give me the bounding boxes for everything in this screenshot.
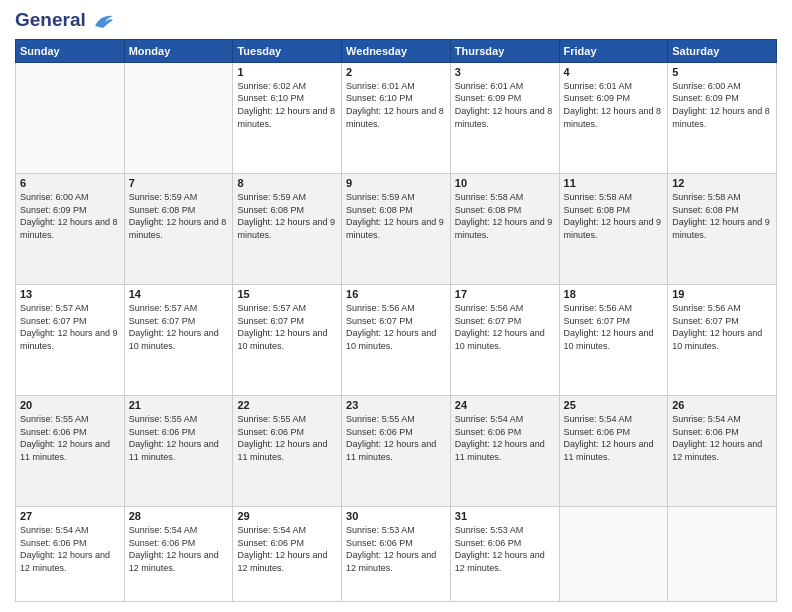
calendar-cell: 4Sunrise: 6:01 AM Sunset: 6:09 PM Daylig…	[559, 62, 668, 173]
calendar-cell: 29Sunrise: 5:54 AM Sunset: 6:06 PM Dayli…	[233, 507, 342, 602]
day-info: Sunrise: 5:55 AM Sunset: 6:06 PM Dayligh…	[237, 413, 337, 463]
day-info: Sunrise: 5:58 AM Sunset: 6:08 PM Dayligh…	[564, 191, 664, 241]
day-number: 12	[672, 177, 772, 189]
col-header-wednesday: Wednesday	[342, 39, 451, 62]
day-number: 31	[455, 510, 555, 522]
day-number: 15	[237, 288, 337, 300]
calendar-cell: 12Sunrise: 5:58 AM Sunset: 6:08 PM Dayli…	[668, 173, 777, 284]
calendar-cell: 26Sunrise: 5:54 AM Sunset: 6:06 PM Dayli…	[668, 396, 777, 507]
calendar-cell: 28Sunrise: 5:54 AM Sunset: 6:06 PM Dayli…	[124, 507, 233, 602]
day-info: Sunrise: 5:59 AM Sunset: 6:08 PM Dayligh…	[237, 191, 337, 241]
logo-bird-icon	[93, 12, 115, 30]
day-info: Sunrise: 6:02 AM Sunset: 6:10 PM Dayligh…	[237, 80, 337, 130]
day-info: Sunrise: 5:56 AM Sunset: 6:07 PM Dayligh…	[564, 302, 664, 352]
day-number: 14	[129, 288, 229, 300]
day-number: 23	[346, 399, 446, 411]
col-header-tuesday: Tuesday	[233, 39, 342, 62]
day-number: 16	[346, 288, 446, 300]
calendar-cell: 21Sunrise: 5:55 AM Sunset: 6:06 PM Dayli…	[124, 396, 233, 507]
day-number: 25	[564, 399, 664, 411]
day-number: 5	[672, 66, 772, 78]
day-number: 9	[346, 177, 446, 189]
day-number: 30	[346, 510, 446, 522]
calendar-cell: 3Sunrise: 6:01 AM Sunset: 6:09 PM Daylig…	[450, 62, 559, 173]
calendar-cell: 20Sunrise: 5:55 AM Sunset: 6:06 PM Dayli…	[16, 396, 125, 507]
day-number: 26	[672, 399, 772, 411]
day-number: 1	[237, 66, 337, 78]
calendar-cell: 7Sunrise: 5:59 AM Sunset: 6:08 PM Daylig…	[124, 173, 233, 284]
day-info: Sunrise: 5:54 AM Sunset: 6:06 PM Dayligh…	[672, 413, 772, 463]
day-number: 3	[455, 66, 555, 78]
calendar-cell: 5Sunrise: 6:00 AM Sunset: 6:09 PM Daylig…	[668, 62, 777, 173]
day-info: Sunrise: 5:56 AM Sunset: 6:07 PM Dayligh…	[455, 302, 555, 352]
day-info: Sunrise: 6:00 AM Sunset: 6:09 PM Dayligh…	[20, 191, 120, 241]
calendar-table: SundayMondayTuesdayWednesdayThursdayFrid…	[15, 39, 777, 602]
calendar-cell	[124, 62, 233, 173]
calendar-cell: 9Sunrise: 5:59 AM Sunset: 6:08 PM Daylig…	[342, 173, 451, 284]
day-info: Sunrise: 6:01 AM Sunset: 6:09 PM Dayligh…	[564, 80, 664, 130]
day-info: Sunrise: 5:54 AM Sunset: 6:06 PM Dayligh…	[237, 524, 337, 574]
day-number: 18	[564, 288, 664, 300]
day-number: 7	[129, 177, 229, 189]
day-info: Sunrise: 5:55 AM Sunset: 6:06 PM Dayligh…	[346, 413, 446, 463]
calendar-page: General SundayMondayTuesdayWednesdayThur…	[0, 0, 792, 612]
day-info: Sunrise: 5:57 AM Sunset: 6:07 PM Dayligh…	[20, 302, 120, 352]
calendar-cell: 10Sunrise: 5:58 AM Sunset: 6:08 PM Dayli…	[450, 173, 559, 284]
col-header-friday: Friday	[559, 39, 668, 62]
calendar-cell	[668, 507, 777, 602]
day-number: 4	[564, 66, 664, 78]
day-info: Sunrise: 6:01 AM Sunset: 6:10 PM Dayligh…	[346, 80, 446, 130]
day-info: Sunrise: 5:54 AM Sunset: 6:06 PM Dayligh…	[20, 524, 120, 574]
day-number: 20	[20, 399, 120, 411]
calendar-cell: 13Sunrise: 5:57 AM Sunset: 6:07 PM Dayli…	[16, 285, 125, 396]
day-info: Sunrise: 5:59 AM Sunset: 6:08 PM Dayligh…	[129, 191, 229, 241]
calendar-cell: 2Sunrise: 6:01 AM Sunset: 6:10 PM Daylig…	[342, 62, 451, 173]
day-number: 21	[129, 399, 229, 411]
day-number: 2	[346, 66, 446, 78]
header: General	[15, 10, 777, 31]
calendar-cell	[559, 507, 668, 602]
day-info: Sunrise: 5:56 AM Sunset: 6:07 PM Dayligh…	[672, 302, 772, 352]
calendar-cell: 15Sunrise: 5:57 AM Sunset: 6:07 PM Dayli…	[233, 285, 342, 396]
day-number: 24	[455, 399, 555, 411]
day-number: 27	[20, 510, 120, 522]
calendar-cell: 18Sunrise: 5:56 AM Sunset: 6:07 PM Dayli…	[559, 285, 668, 396]
day-info: Sunrise: 5:55 AM Sunset: 6:06 PM Dayligh…	[20, 413, 120, 463]
day-info: Sunrise: 5:59 AM Sunset: 6:08 PM Dayligh…	[346, 191, 446, 241]
calendar-cell: 6Sunrise: 6:00 AM Sunset: 6:09 PM Daylig…	[16, 173, 125, 284]
calendar-cell: 8Sunrise: 5:59 AM Sunset: 6:08 PM Daylig…	[233, 173, 342, 284]
col-header-sunday: Sunday	[16, 39, 125, 62]
day-info: Sunrise: 5:55 AM Sunset: 6:06 PM Dayligh…	[129, 413, 229, 463]
day-number: 29	[237, 510, 337, 522]
calendar-cell: 27Sunrise: 5:54 AM Sunset: 6:06 PM Dayli…	[16, 507, 125, 602]
day-info: Sunrise: 5:53 AM Sunset: 6:06 PM Dayligh…	[346, 524, 446, 574]
calendar-cell: 24Sunrise: 5:54 AM Sunset: 6:06 PM Dayli…	[450, 396, 559, 507]
calendar-cell: 1Sunrise: 6:02 AM Sunset: 6:10 PM Daylig…	[233, 62, 342, 173]
day-number: 17	[455, 288, 555, 300]
calendar-cell: 17Sunrise: 5:56 AM Sunset: 6:07 PM Dayli…	[450, 285, 559, 396]
day-info: Sunrise: 6:01 AM Sunset: 6:09 PM Dayligh…	[455, 80, 555, 130]
day-info: Sunrise: 5:54 AM Sunset: 6:06 PM Dayligh…	[129, 524, 229, 574]
day-info: Sunrise: 5:57 AM Sunset: 6:07 PM Dayligh…	[237, 302, 337, 352]
day-info: Sunrise: 5:54 AM Sunset: 6:06 PM Dayligh…	[455, 413, 555, 463]
calendar-cell: 11Sunrise: 5:58 AM Sunset: 6:08 PM Dayli…	[559, 173, 668, 284]
logo-general: General	[15, 10, 115, 31]
day-number: 22	[237, 399, 337, 411]
logo: General	[15, 10, 115, 31]
calendar-cell: 31Sunrise: 5:53 AM Sunset: 6:06 PM Dayli…	[450, 507, 559, 602]
calendar-cell: 19Sunrise: 5:56 AM Sunset: 6:07 PM Dayli…	[668, 285, 777, 396]
day-number: 13	[20, 288, 120, 300]
day-info: Sunrise: 5:58 AM Sunset: 6:08 PM Dayligh…	[455, 191, 555, 241]
day-number: 8	[237, 177, 337, 189]
day-info: Sunrise: 5:58 AM Sunset: 6:08 PM Dayligh…	[672, 191, 772, 241]
calendar-cell: 30Sunrise: 5:53 AM Sunset: 6:06 PM Dayli…	[342, 507, 451, 602]
calendar-cell: 25Sunrise: 5:54 AM Sunset: 6:06 PM Dayli…	[559, 396, 668, 507]
day-info: Sunrise: 6:00 AM Sunset: 6:09 PM Dayligh…	[672, 80, 772, 130]
day-number: 19	[672, 288, 772, 300]
col-header-thursday: Thursday	[450, 39, 559, 62]
day-info: Sunrise: 5:57 AM Sunset: 6:07 PM Dayligh…	[129, 302, 229, 352]
calendar-cell: 22Sunrise: 5:55 AM Sunset: 6:06 PM Dayli…	[233, 396, 342, 507]
col-header-monday: Monday	[124, 39, 233, 62]
day-info: Sunrise: 5:54 AM Sunset: 6:06 PM Dayligh…	[564, 413, 664, 463]
day-number: 10	[455, 177, 555, 189]
